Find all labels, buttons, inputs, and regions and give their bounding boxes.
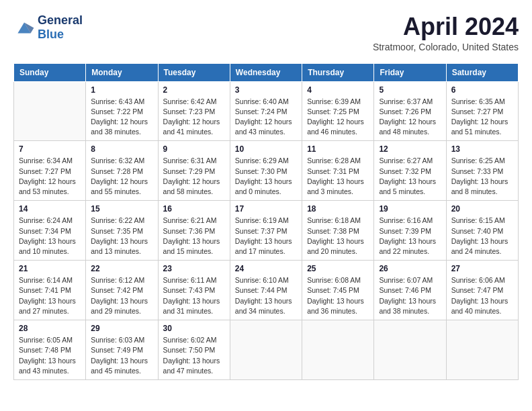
sun-info: Sunrise: 6:34 AMSunset: 7:27 PMDaylight:… xyxy=(19,156,81,197)
weekday-header: Friday xyxy=(374,63,446,81)
calendar-cell: 22Sunrise: 6:12 AMSunset: 7:42 PMDayligh… xyxy=(86,261,158,320)
month-title: April 2024 xyxy=(373,13,519,40)
calendar-cell: 30Sunrise: 6:02 AMSunset: 7:50 PMDayligh… xyxy=(158,320,230,380)
sun-info: Sunrise: 6:31 AMSunset: 7:29 PMDaylight:… xyxy=(163,156,225,197)
calendar-cell: 19Sunrise: 6:16 AMSunset: 7:39 PMDayligh… xyxy=(374,201,446,261)
calendar-cell: 4Sunrise: 6:39 AMSunset: 7:25 PMDaylight… xyxy=(302,81,374,141)
sun-info: Sunrise: 6:24 AMSunset: 7:34 PMDaylight:… xyxy=(19,216,81,257)
day-number: 18 xyxy=(307,204,369,214)
day-number: 4 xyxy=(307,85,369,95)
day-number: 15 xyxy=(91,204,152,214)
day-number: 5 xyxy=(379,85,441,95)
sun-info: Sunrise: 6:25 AMSunset: 7:33 PMDaylight:… xyxy=(451,156,513,197)
day-number: 6 xyxy=(451,85,513,95)
calendar-cell: 11Sunrise: 6:28 AMSunset: 7:31 PMDayligh… xyxy=(302,141,374,201)
day-number: 28 xyxy=(19,324,81,333)
calendar-cell: 24Sunrise: 6:10 AMSunset: 7:44 PMDayligh… xyxy=(230,261,302,320)
calendar-week-row: 28Sunrise: 6:05 AMSunset: 7:48 PMDayligh… xyxy=(14,320,519,380)
calendar-week-row: 21Sunrise: 6:14 AMSunset: 7:41 PMDayligh… xyxy=(14,261,519,320)
sun-info: Sunrise: 6:32 AMSunset: 7:28 PMDaylight:… xyxy=(91,156,152,197)
sun-info: Sunrise: 6:28 AMSunset: 7:31 PMDaylight:… xyxy=(307,156,369,197)
sun-info: Sunrise: 6:22 AMSunset: 7:35 PMDaylight:… xyxy=(91,216,152,257)
day-number: 16 xyxy=(163,204,225,214)
sun-info: Sunrise: 6:43 AMSunset: 7:22 PMDaylight:… xyxy=(91,97,152,138)
sun-info: Sunrise: 6:18 AMSunset: 7:38 PMDaylight:… xyxy=(307,216,369,257)
sun-info: Sunrise: 6:08 AMSunset: 7:45 PMDaylight:… xyxy=(307,275,369,316)
logo-icon xyxy=(13,18,35,37)
sun-info: Sunrise: 6:03 AMSunset: 7:49 PMDaylight:… xyxy=(91,335,152,376)
day-number: 22 xyxy=(91,264,152,273)
calendar-header-row: SundayMondayTuesdayWednesdayThursdayFrid… xyxy=(14,63,519,81)
calendar-cell: 15Sunrise: 6:22 AMSunset: 7:35 PMDayligh… xyxy=(86,201,158,261)
calendar-week-row: 1Sunrise: 6:43 AMSunset: 7:22 PMDaylight… xyxy=(14,81,519,141)
sun-info: Sunrise: 6:10 AMSunset: 7:44 PMDaylight:… xyxy=(235,275,297,316)
calendar-cell: 9Sunrise: 6:31 AMSunset: 7:29 PMDaylight… xyxy=(158,141,230,201)
sun-info: Sunrise: 6:05 AMSunset: 7:48 PMDaylight:… xyxy=(19,335,81,376)
calendar-cell: 29Sunrise: 6:03 AMSunset: 7:49 PMDayligh… xyxy=(86,320,158,380)
calendar-cell: 5Sunrise: 6:37 AMSunset: 7:26 PMDaylight… xyxy=(374,81,446,141)
calendar-week-row: 14Sunrise: 6:24 AMSunset: 7:34 PMDayligh… xyxy=(14,201,519,261)
sun-info: Sunrise: 6:19 AMSunset: 7:37 PMDaylight:… xyxy=(235,216,297,257)
day-number: 12 xyxy=(379,144,441,154)
calendar-cell xyxy=(302,320,374,380)
day-number: 17 xyxy=(235,204,297,214)
day-number: 21 xyxy=(19,264,81,273)
calendar-cell: 17Sunrise: 6:19 AMSunset: 7:37 PMDayligh… xyxy=(230,201,302,261)
logo: General Blue xyxy=(13,13,83,42)
location-label: Stratmoor, Colorado, United States xyxy=(373,42,519,52)
day-number: 3 xyxy=(235,85,297,95)
sun-info: Sunrise: 6:11 AMSunset: 7:43 PMDaylight:… xyxy=(163,275,225,316)
calendar-cell xyxy=(374,320,446,380)
sun-info: Sunrise: 6:29 AMSunset: 7:30 PMDaylight:… xyxy=(235,156,297,197)
day-number: 11 xyxy=(307,144,369,154)
day-number: 20 xyxy=(451,204,513,214)
day-number: 26 xyxy=(379,264,441,273)
calendar-cell: 16Sunrise: 6:21 AMSunset: 7:36 PMDayligh… xyxy=(158,201,230,261)
calendar-cell: 7Sunrise: 6:34 AMSunset: 7:27 PMDaylight… xyxy=(14,141,86,201)
sun-info: Sunrise: 6:02 AMSunset: 7:50 PMDaylight:… xyxy=(163,335,225,376)
page-header: General Blue April 2024 Stratmoor, Color… xyxy=(13,13,519,52)
day-number: 13 xyxy=(451,144,513,154)
day-number: 9 xyxy=(163,144,225,154)
sun-info: Sunrise: 6:15 AMSunset: 7:40 PMDaylight:… xyxy=(451,216,513,257)
calendar-cell: 25Sunrise: 6:08 AMSunset: 7:45 PMDayligh… xyxy=(302,261,374,320)
sun-info: Sunrise: 6:39 AMSunset: 7:25 PMDaylight:… xyxy=(307,97,369,138)
title-area: April 2024 Stratmoor, Colorado, United S… xyxy=(373,13,519,52)
day-number: 2 xyxy=(163,85,225,95)
logo-text: General Blue xyxy=(38,13,83,42)
sun-info: Sunrise: 6:14 AMSunset: 7:41 PMDaylight:… xyxy=(19,275,81,316)
calendar-cell xyxy=(446,320,518,380)
day-number: 8 xyxy=(91,144,152,154)
weekday-header: Saturday xyxy=(446,63,518,81)
sun-info: Sunrise: 6:37 AMSunset: 7:26 PMDaylight:… xyxy=(379,97,441,138)
sun-info: Sunrise: 6:12 AMSunset: 7:42 PMDaylight:… xyxy=(91,275,152,316)
weekday-header: Tuesday xyxy=(158,63,230,81)
weekday-header: Wednesday xyxy=(230,63,302,81)
sun-info: Sunrise: 6:16 AMSunset: 7:39 PMDaylight:… xyxy=(379,216,441,257)
weekday-header: Sunday xyxy=(14,63,86,81)
sun-info: Sunrise: 6:27 AMSunset: 7:32 PMDaylight:… xyxy=(379,156,441,197)
calendar-cell: 10Sunrise: 6:29 AMSunset: 7:30 PMDayligh… xyxy=(230,141,302,201)
calendar-cell: 21Sunrise: 6:14 AMSunset: 7:41 PMDayligh… xyxy=(14,261,86,320)
sun-info: Sunrise: 6:42 AMSunset: 7:23 PMDaylight:… xyxy=(163,97,225,138)
day-number: 7 xyxy=(19,144,81,154)
calendar-cell: 1Sunrise: 6:43 AMSunset: 7:22 PMDaylight… xyxy=(86,81,158,141)
calendar-cell: 20Sunrise: 6:15 AMSunset: 7:40 PMDayligh… xyxy=(446,201,518,261)
day-number: 23 xyxy=(163,264,225,273)
sun-info: Sunrise: 6:35 AMSunset: 7:27 PMDaylight:… xyxy=(451,97,513,138)
day-number: 10 xyxy=(235,144,297,154)
day-number: 25 xyxy=(307,264,369,273)
calendar-cell: 8Sunrise: 6:32 AMSunset: 7:28 PMDaylight… xyxy=(86,141,158,201)
day-number: 30 xyxy=(163,324,225,333)
calendar-cell xyxy=(14,81,86,141)
calendar-cell: 28Sunrise: 6:05 AMSunset: 7:48 PMDayligh… xyxy=(14,320,86,380)
day-number: 24 xyxy=(235,264,297,273)
sun-info: Sunrise: 6:06 AMSunset: 7:47 PMDaylight:… xyxy=(451,275,513,316)
calendar-cell xyxy=(230,320,302,380)
sun-info: Sunrise: 6:07 AMSunset: 7:46 PMDaylight:… xyxy=(379,275,441,316)
sun-info: Sunrise: 6:40 AMSunset: 7:24 PMDaylight:… xyxy=(235,97,297,138)
calendar-cell: 13Sunrise: 6:25 AMSunset: 7:33 PMDayligh… xyxy=(446,141,518,201)
calendar-cell: 6Sunrise: 6:35 AMSunset: 7:27 PMDaylight… xyxy=(446,81,518,141)
sun-info: Sunrise: 6:21 AMSunset: 7:36 PMDaylight:… xyxy=(163,216,225,257)
calendar-cell: 12Sunrise: 6:27 AMSunset: 7:32 PMDayligh… xyxy=(374,141,446,201)
